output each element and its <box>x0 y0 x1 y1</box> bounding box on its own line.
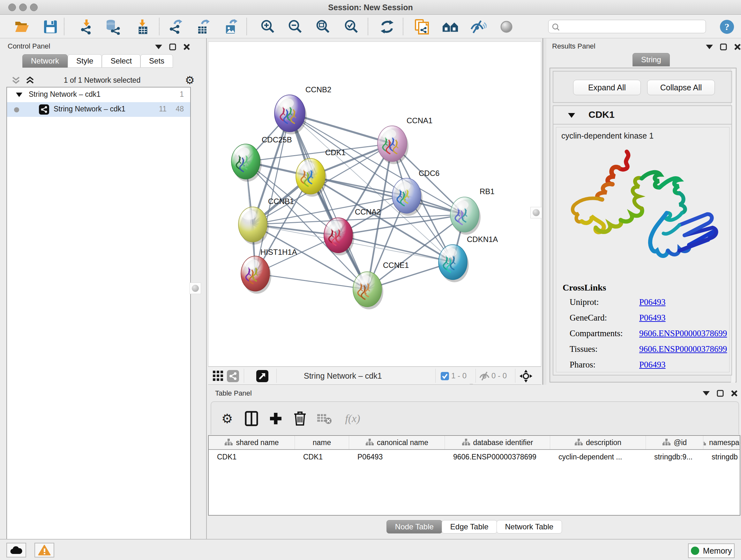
expand-all-button[interactable]: Expand All <box>573 80 641 95</box>
collapse-all-button[interactable]: Collapse All <box>647 80 715 95</box>
cell-namespace[interactable]: stringdb <box>703 450 740 464</box>
import-network-from-database-icon[interactable] <box>105 18 122 35</box>
cell-description[interactable]: cyclin-dependent ... <box>550 450 646 464</box>
search-icon <box>552 23 560 31</box>
node-RB1[interactable]: RB1 <box>450 187 495 235</box>
column-header-description[interactable]: description <box>550 436 646 449</box>
crosslink-value-link[interactable]: P06493 <box>639 360 666 370</box>
network-row[interactable]: String Network – cdk1 11 48 <box>7 102 190 117</box>
crosslink-value-link[interactable]: P06493 <box>639 313 666 323</box>
zoom-out-icon[interactable] <box>287 18 304 35</box>
tab-edge-table[interactable]: Edge Table <box>442 520 497 534</box>
float-panel-icon[interactable] <box>720 44 727 51</box>
warnings-button[interactable] <box>35 543 54 557</box>
zoom-fit-icon[interactable] <box>315 18 332 35</box>
table-options-gear-icon[interactable]: ⚙ <box>219 410 235 427</box>
selected-count-badge: 1 - 0 <box>451 371 467 380</box>
collapse-panel-icon[interactable] <box>703 391 710 395</box>
cell-shared-name[interactable]: CDK1 <box>209 450 295 464</box>
hide-selected-icon[interactable] <box>470 18 487 35</box>
import-table-icon[interactable] <box>134 18 151 35</box>
column-header-shared-name[interactable]: shared name <box>209 436 295 449</box>
cell-@id[interactable]: stringdb:9... <box>646 450 703 464</box>
column-header-@id[interactable]: @id <box>646 436 703 449</box>
crosslink-value-link[interactable]: 9606.ENSP00000378699 <box>639 328 727 338</box>
save-session-icon[interactable] <box>42 18 59 35</box>
add-column-icon[interactable] <box>267 410 284 427</box>
tab-string[interactable]: String <box>632 53 670 66</box>
crosslink-label: Uniprot: <box>569 297 639 307</box>
node-label-RB1: RB1 <box>480 187 495 196</box>
node-CCNB2[interactable]: CCNB2 <box>274 85 331 134</box>
node-CCNA2[interactable]: CCNA2 <box>324 207 381 255</box>
search-input[interactable] <box>548 20 706 33</box>
table-row[interactable]: CDK1CDK1P064939606.ENSP00000378699cyclin… <box>209 450 740 464</box>
cell-name[interactable]: CDK1 <box>295 450 349 464</box>
node-CCNA1[interactable]: CCNA1 <box>378 116 432 164</box>
refresh-icon[interactable] <box>379 18 395 35</box>
crosslink-value-link[interactable]: P06493 <box>639 297 666 307</box>
export-image-icon[interactable] <box>223 18 239 35</box>
tree-expand-icon[interactable] <box>16 92 22 97</box>
network-canvas[interactable]: CCNB2CCNA1CDC25BCDK1CDC6RB1CCNB1CCNA2CDK… <box>208 42 541 367</box>
gene-collapse-icon[interactable] <box>568 113 575 118</box>
collapse-panel-icon[interactable] <box>155 45 162 49</box>
column-tree-icon <box>462 439 470 446</box>
collection-label: String Network – cdk1 <box>29 90 100 99</box>
crosslink-row: Tissues:9606.ENSP00000378699 <box>569 344 727 354</box>
edge-HIST1H1A-CCNE1[interactable] <box>255 273 367 289</box>
selected-checkbox-icon[interactable] <box>439 370 451 382</box>
collapse-panel-icon[interactable] <box>706 45 713 49</box>
birdseye-toggle-icon[interactable] <box>520 370 532 382</box>
grid-view-icon[interactable] <box>212 370 225 382</box>
open-session-icon[interactable] <box>13 18 30 35</box>
tab-network-table[interactable]: Network Table <box>496 520 562 534</box>
show-all-icon[interactable] <box>498 18 515 35</box>
gene-card-header[interactable]: CDK1 <box>553 106 731 125</box>
help-icon[interactable]: ? <box>719 18 735 35</box>
delete-column-icon[interactable] <box>292 410 308 427</box>
network-collection-row[interactable]: String Network – cdk1 1 <box>7 87 190 102</box>
left-splitter-handle[interactable] <box>190 283 201 294</box>
close-panel-icon[interactable] <box>183 44 190 51</box>
node-label-CDC25B: CDC25B <box>262 135 292 144</box>
clone-network-icon[interactable] <box>414 18 430 35</box>
edge-CCNA2-CDKN1A[interactable] <box>338 235 453 262</box>
crosslinks-heading: CrossLinks <box>562 283 727 293</box>
tab-style[interactable]: Style <box>68 54 102 68</box>
cloud-status-button[interactable] <box>6 543 26 557</box>
close-panel-icon[interactable] <box>734 44 741 51</box>
zoom-selected-icon[interactable] <box>343 18 360 35</box>
import-network-icon[interactable] <box>78 18 95 35</box>
close-panel-icon[interactable] <box>731 390 738 397</box>
cell-database-identifier[interactable]: 9606.ENSP00000378699 <box>445 450 550 464</box>
column-header-database-identifier[interactable]: database identifier <box>445 436 550 449</box>
memory-button[interactable]: Memory <box>688 543 735 558</box>
node-CCNE1[interactable]: CCNE1 <box>353 261 409 309</box>
column-header-canonical-name[interactable]: canonical name <box>349 436 445 449</box>
right-splitter-handle[interactable] <box>530 207 542 219</box>
column-tree-icon <box>703 439 706 446</box>
export-network-icon[interactable] <box>167 18 184 35</box>
cell-canonical-name[interactable]: P06493 <box>349 450 445 464</box>
network-options-gear-icon[interactable]: ⚙ <box>185 75 195 85</box>
tab-select[interactable]: Select <box>102 54 140 68</box>
crosslink-value-link[interactable]: 9606.ENSP00000378699 <box>639 344 727 354</box>
node-CDKN1A[interactable]: CDKN1A <box>439 235 498 282</box>
column-header-name[interactable]: name <box>295 436 349 449</box>
column-header-namespace[interactable]: namespace <box>703 436 740 449</box>
float-panel-icon[interactable] <box>717 390 724 397</box>
network-overview-icon[interactable] <box>226 370 239 382</box>
tab-network[interactable]: Network <box>22 54 68 68</box>
tab-node-table[interactable]: Node Table <box>387 520 442 534</box>
node-HIST1H1A[interactable]: HIST1H1A <box>241 248 297 294</box>
zoom-in-icon[interactable] <box>260 18 276 35</box>
node-CDC6[interactable]: CDC6 <box>392 169 440 216</box>
edge-CCNB2-CCNE1[interactable] <box>290 113 367 289</box>
first-neighbors-icon[interactable] <box>442 18 459 35</box>
export-table-icon[interactable] <box>195 18 212 35</box>
float-panel-icon[interactable] <box>169 44 176 51</box>
detach-view-icon[interactable] <box>256 370 269 382</box>
show-columns-icon[interactable] <box>243 410 260 427</box>
tab-sets[interactable]: Sets <box>140 54 173 68</box>
